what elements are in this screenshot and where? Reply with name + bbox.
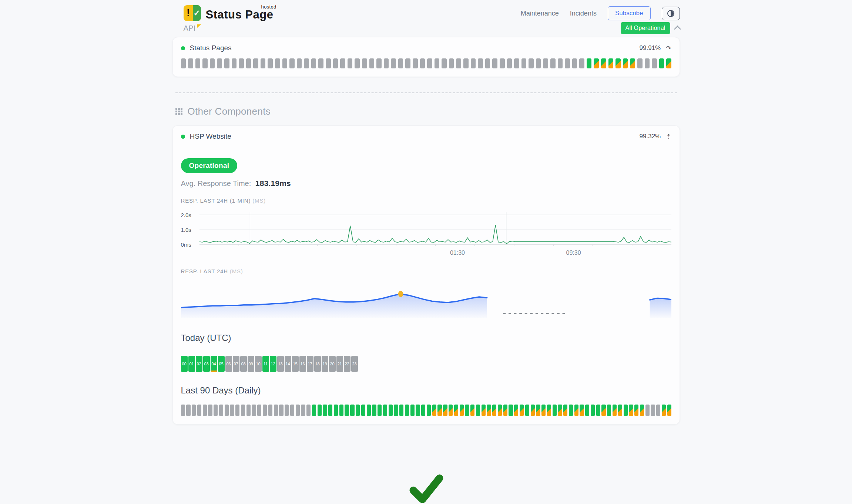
- day-block: [596, 405, 600, 416]
- hour-block-06: 06: [225, 356, 232, 372]
- uptime-bar: [405, 58, 410, 68]
- day-block: [667, 405, 671, 416]
- top-nav: Maintenance Incidents Subscribe: [521, 6, 680, 20]
- day-block: [399, 405, 403, 416]
- day-block: [410, 405, 415, 416]
- day-block: [585, 405, 589, 416]
- day-block: [470, 405, 474, 416]
- day-block: [476, 405, 480, 416]
- today-title: Today (UTC): [181, 333, 671, 343]
- hour-block-10: 10: [255, 356, 262, 372]
- uptime-bar: [384, 58, 389, 68]
- uptime-bar: [652, 58, 657, 68]
- day-block: [350, 405, 354, 416]
- area-chart-svg: [181, 280, 671, 318]
- brand-logo: ! ✓ Status Page hosted: [184, 5, 274, 21]
- day-block: [553, 405, 557, 416]
- uptime-bar: [420, 58, 425, 68]
- response-area-chart: [181, 280, 671, 319]
- day-block: [536, 405, 540, 416]
- component-row: HSP Website 99.32% ⇡: [181, 132, 671, 141]
- day-block: [378, 405, 382, 416]
- chart-24h-unit: (MS): [230, 268, 243, 274]
- line-chart-svg: [199, 212, 671, 247]
- uptime-bar: [623, 58, 628, 68]
- hour-block-17: 17: [307, 356, 313, 372]
- day-block: [449, 405, 453, 416]
- hour-block-09: 09: [248, 356, 254, 372]
- brand-name: Status Page hosted: [206, 8, 274, 21]
- chevron-up-icon[interactable]: [674, 26, 681, 32]
- hour-block-07: 07: [233, 356, 239, 372]
- brand-superscript: hosted: [261, 4, 276, 10]
- day-block: [454, 405, 458, 416]
- hour-block-12: 12: [270, 356, 276, 372]
- day-block: [437, 405, 442, 416]
- day-block: [509, 405, 513, 416]
- uptime-bar: [463, 58, 469, 68]
- hour-block-19: 19: [322, 356, 328, 372]
- uptime-bar: [362, 58, 367, 68]
- uptime-bar: [289, 58, 295, 68]
- uptime-bar: [398, 58, 403, 68]
- uptime-bar: [543, 58, 548, 68]
- uptime-bar: [217, 58, 222, 68]
- uptime-bar: [333, 58, 338, 68]
- day-block: [208, 405, 212, 416]
- day-block: [405, 405, 409, 416]
- day-block: [656, 405, 660, 416]
- day-block: [482, 405, 486, 416]
- subscribe-button[interactable]: Subscribe: [608, 6, 651, 20]
- day-block: [274, 405, 278, 416]
- other-components-header: Other Components: [172, 106, 680, 117]
- day-block: [214, 405, 218, 416]
- uptime-bar: [261, 58, 266, 68]
- day-block: [591, 405, 595, 416]
- hour-block-22: 22: [344, 356, 350, 372]
- uptime-bar: [181, 58, 186, 68]
- hour-block-03: 03: [203, 356, 210, 372]
- uptime-bar: [195, 58, 201, 68]
- logo-bubble-icon: ! ✓: [184, 5, 201, 21]
- day-block: [601, 405, 606, 416]
- nav-incidents[interactable]: Incidents: [570, 10, 597, 17]
- uptime-bar: [442, 58, 447, 68]
- refresh-icon[interactable]: ↷: [666, 44, 671, 52]
- uptime-bar: [326, 58, 331, 68]
- day-block: [246, 405, 251, 416]
- hour-block-04: 04: [211, 356, 217, 372]
- uptime-bar: [224, 58, 229, 68]
- uptime-bar: [246, 58, 251, 68]
- trend-up-icon[interactable]: ⇡: [666, 133, 671, 141]
- hour-block-05: 05: [218, 356, 225, 372]
- day-block: [569, 405, 573, 416]
- avg-response-value: 183.19ms: [255, 179, 291, 187]
- day-block: [334, 405, 338, 416]
- day-block: [503, 405, 507, 416]
- uptime-bar: [521, 58, 527, 68]
- uptime-bar: [615, 58, 621, 68]
- uptime-bar: [304, 58, 309, 68]
- uptime-bar: [275, 58, 280, 68]
- day-block: [312, 405, 316, 416]
- hsp-website-card: HSP Website 99.32% ⇡ Operational Avg. Re…: [172, 125, 680, 424]
- day-block: [432, 405, 436, 416]
- uptime-bar: [471, 58, 476, 68]
- header: ! ✓ Status Page hosted Maintenance Incid…: [172, 0, 680, 21]
- nav-maintenance[interactable]: Maintenance: [521, 10, 559, 17]
- theme-toggle-button[interactable]: [662, 7, 680, 20]
- day-block: [547, 405, 551, 416]
- uptime-bar: [456, 58, 461, 68]
- hour-block-16: 16: [299, 356, 306, 372]
- day-block: [339, 405, 343, 416]
- uptime-bar: [514, 58, 519, 68]
- day-block: [367, 405, 371, 416]
- brand-name-text: Status Page: [206, 8, 274, 21]
- other-components-title: Other Components: [188, 106, 271, 117]
- page-container: ! ✓ Status Page hosted Maintenance Incid…: [172, 0, 680, 504]
- day-block: [318, 405, 322, 416]
- day-block: [192, 405, 196, 416]
- component-row: Status Pages 99.91% ↷: [181, 44, 671, 52]
- day-block: [531, 405, 535, 416]
- day-block: [640, 405, 644, 416]
